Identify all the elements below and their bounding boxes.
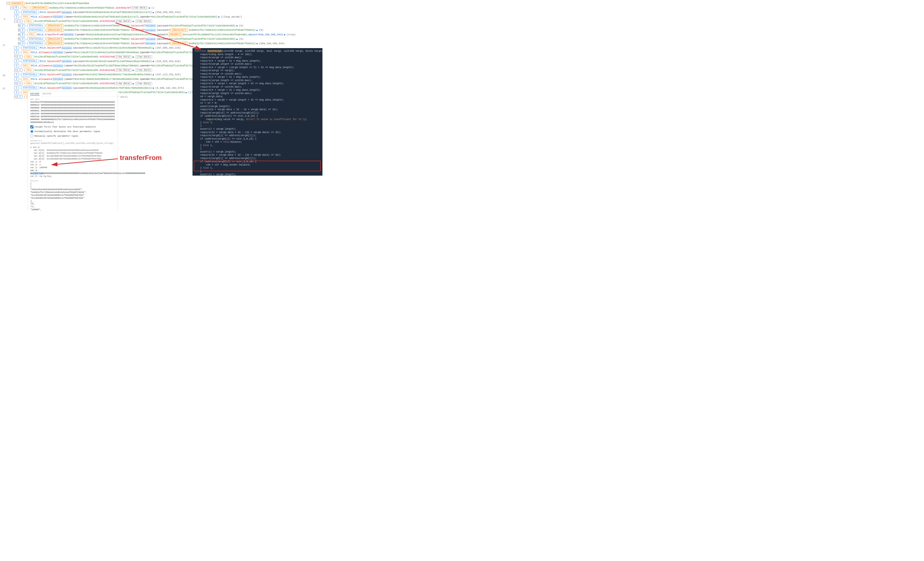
sender-address[interactable]: 0x413e4fb75c300b92fec12d7c44e4c0b4faab4d…	[26, 2, 89, 5]
expand-icon[interactable]: +	[18, 24, 20, 27]
chevron-right-icon[interactable]: ▶	[149, 6, 150, 9]
results-block[interactable]: [ [ "0xEeeeEeeeEeEeEeEeEeEeEEEeeeEeeeeee…	[30, 182, 115, 210]
assume-selector-checkbox[interactable]: Assume first four bytes are function sel…	[30, 125, 115, 129]
staticcall-row[interactable]: 1→ STATICCALL MILK.balanceOf Calldata(ac…	[14, 46, 194, 50]
call-row[interactable]: +1→ CALL 0x126c9fbab3a2fca24edfd17322e71…	[14, 55, 194, 59]
sender-row: − [Sender] 0x413e4fb75c300b92fec12d7c44e…	[6, 1, 194, 6]
call-row[interactable]: +1→ CALL 0x126c9fbab3a2fca24edfd17322e71…	[14, 81, 194, 86]
decode-panel: DECODE ENCODE ABI Data 0x5456a7bf0000000…	[28, 91, 118, 210]
decompiled-code[interactable]: function 0xb2bd16ab(uint256 varg0, uint2…	[192, 48, 322, 176]
var4-row[interactable]: var_4: 0x23b872dd00000000000000000000000…	[30, 169, 115, 175]
decode-tabs: DECODE ENCODE	[28, 92, 118, 97]
line-gutter: 5 11 20 31	[0, 0, 6, 95]
staticcall-row[interactable]: +2→ STATICCALL [Receiver]0x6b931f5c725b6…	[18, 37, 194, 41]
results-label: Results	[30, 180, 115, 182]
call-row[interactable]: − 1→ CALL 0x126c9fbab3a2fca24edfd17322e7…	[14, 19, 194, 24]
annotation-transferfrom: transferFrom	[120, 154, 162, 162]
staticcall-row[interactable]: +2→ STATICCALL [Receiver]0x6b931f5c725b6…	[18, 28, 194, 33]
call-row[interactable]: 1→ CALL MILK.allowance Calldata(owner=0x…	[14, 63, 194, 68]
expand-icon[interactable]: −	[10, 6, 13, 9]
auto-radio[interactable]: Automatically determine the best paramet…	[30, 130, 115, 133]
staticcall-row[interactable]: 1→ STATICCALL MILK.balanceOf Calldata(ac…	[14, 59, 194, 64]
manual-radio[interactable]: Manually specify parameter types	[30, 135, 115, 138]
call-row[interactable]: − 0→ CALL [Receiver] 0x6b931f5c725b64421…	[10, 6, 194, 10]
staticcall-row[interactable]: + 2→ STATICCALL [Receiver]0x6b931f5c725b…	[18, 24, 194, 28]
call-row[interactable]: 1→ CALL MILK.allowance Calldata(owner=0x…	[14, 77, 194, 81]
call-trace: − [Sender] 0x413e4fb75c300b92fec12d7c44e…	[6, 1, 194, 99]
sender-badge: [Sender]	[10, 2, 25, 5]
abi-hex[interactable]: 0x5456a7bf000000000000000000000000000000…	[30, 101, 115, 124]
tab-decode[interactable]: DECODE	[30, 93, 39, 96]
call-row[interactable]: 1→ CALL MILK.allowance Calldata(owner=0x…	[14, 50, 194, 55]
tab-encode[interactable]: ENCODE	[42, 93, 51, 96]
staticcall-row[interactable]: 1→ STATICCALL MILK.balanceOf Calldata(ac…	[14, 86, 194, 90]
call-row[interactable]: 1→ CALL MILK.allowance Calldata(owner=0x…	[14, 15, 194, 19]
param-tree[interactable]: ▾ var_0 var_0[0]: 0xEeeeEeeeEeEeEeEeEeEe…	[30, 146, 115, 178]
expand-icon[interactable]: −	[14, 20, 17, 22]
highlight-box	[194, 161, 321, 171]
staticcall-row[interactable]: +2→ STATICCALL [Receiver]0x6b931f5c725b6…	[18, 41, 194, 46]
staticcall-row[interactable]: 1→ STATICCALL MILK.balanceOf Calldata(ac…	[14, 10, 194, 15]
abi-label: ABI Data	[30, 98, 115, 100]
guessed-sig: guessed_5456a7bf(address[],uint256,uint2…	[30, 142, 115, 145]
staticcall-row[interactable]: 1→ STATICCALL MILK.balanceOf Calldata(ac…	[14, 72, 194, 77]
expand-icon[interactable]: −	[6, 2, 9, 5]
call-row[interactable]: +2→ CALL MILK.transferFrom Calldata(send…	[18, 33, 194, 37]
params-label: Parameters	[30, 140, 115, 142]
call-row[interactable]: +1→ CALL 0x126c9fbab3a2fca24edfd17322e71…	[14, 68, 194, 73]
